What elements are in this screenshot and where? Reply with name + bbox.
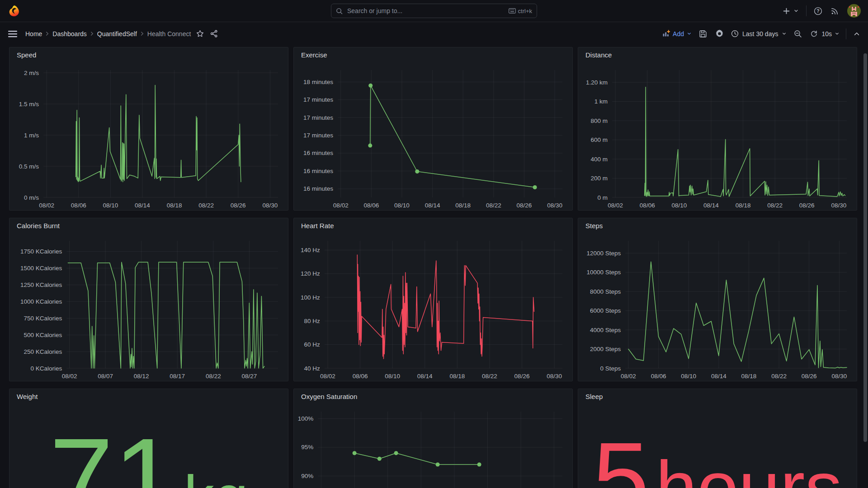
- svg-text:1500 KCalories: 1500 KCalories: [20, 265, 62, 272]
- breadcrumb-dashboards[interactable]: Dashboards: [52, 30, 87, 38]
- new-button[interactable]: [782, 6, 791, 16]
- refresh-icon: [810, 30, 818, 38]
- svg-text:400 m: 400 m: [591, 156, 608, 163]
- save-dashboard-button[interactable]: [698, 29, 708, 39]
- zoom-out-icon: [794, 30, 802, 38]
- breadcrumb: Home Dashboards QuantifiedSelf Health Co…: [25, 30, 191, 38]
- vertical-scrollbar[interactable]: [863, 53, 867, 442]
- svg-text:120 Hz: 120 Hz: [301, 270, 320, 277]
- svg-text:08/22: 08/22: [206, 373, 221, 380]
- nav-actions: ?: [782, 3, 862, 19]
- svg-text:08/22: 08/22: [771, 373, 787, 380]
- panel-title-weight[interactable]: Weight: [9, 389, 288, 404]
- svg-text:17 minutes: 17 minutes: [303, 132, 333, 139]
- panel-title-calories[interactable]: Calories Burnt: [9, 218, 288, 234]
- svg-text:08/26: 08/26: [514, 373, 530, 380]
- svg-text:8000 Steps: 8000 Steps: [590, 288, 621, 295]
- svg-text:12000 Steps: 12000 Steps: [586, 250, 621, 257]
- help-button[interactable]: ?: [813, 6, 823, 16]
- svg-text:08/30: 08/30: [831, 202, 846, 209]
- user-avatar[interactable]: [846, 3, 862, 19]
- distance-chart[interactable]: 08/0208/0608/1008/1408/1808/2208/2608/30…: [578, 63, 854, 210]
- rss-icon: [830, 7, 839, 15]
- collapse-controls-button[interactable]: [853, 30, 861, 38]
- svg-text:08/02: 08/02: [39, 202, 54, 209]
- svg-text:08/27: 08/27: [241, 373, 257, 380]
- share-icon: [210, 30, 218, 38]
- add-panel-button[interactable]: Add: [662, 30, 692, 38]
- refresh-button[interactable]: [809, 29, 819, 38]
- panel-title-distance[interactable]: Distance: [578, 47, 857, 63]
- time-range-picker[interactable]: Last 30 days: [731, 30, 787, 38]
- svg-text:4000 Steps: 4000 Steps: [590, 327, 621, 333]
- calories-chart[interactable]: 08/0208/0708/1208/1708/2208/271750 KCalo…: [9, 234, 285, 381]
- favorite-button[interactable]: [195, 29, 205, 38]
- svg-text:08/06: 08/06: [363, 202, 379, 209]
- breadcrumb-folder[interactable]: QuantifiedSelf: [97, 30, 137, 38]
- panel-title-heart-rate[interactable]: Heart Rate: [294, 218, 572, 234]
- speed-chart[interactable]: 08/0208/0608/1008/1408/1808/2208/2608/30…: [9, 63, 285, 210]
- search-input[interactable]: [346, 7, 505, 15]
- panel-weight: Weight 71 kg: [9, 389, 288, 488]
- svg-text:08/07: 08/07: [98, 373, 113, 380]
- mega-menu-toggle[interactable]: [7, 29, 18, 38]
- svg-text:0.5 m/s: 0.5 m/s: [19, 163, 39, 170]
- svg-text:08/18: 08/18: [736, 202, 751, 209]
- time-range-label: Last 30 days: [742, 30, 778, 38]
- sleep-stat: 5 hours: [578, 404, 857, 488]
- svg-text:08/02: 08/02: [320, 373, 335, 380]
- svg-text:08/10: 08/10: [671, 202, 687, 209]
- panel-title-steps[interactable]: Steps: [578, 218, 857, 234]
- dashboard-controls-bar: Home Dashboards QuantifiedSelf Health Co…: [0, 22, 868, 45]
- svg-text:600 m: 600 m: [591, 136, 608, 143]
- svg-text:08/14: 08/14: [135, 202, 150, 209]
- refresh-interval-label[interactable]: 10s: [821, 30, 832, 38]
- svg-text:08/22: 08/22: [198, 202, 214, 209]
- svg-text:95%: 95%: [301, 444, 313, 450]
- svg-text:16 minutes: 16 minutes: [303, 150, 333, 156]
- global-search[interactable]: ctrl+k: [331, 4, 537, 18]
- svg-text:6000 Steps: 6000 Steps: [590, 307, 621, 314]
- svg-text:08/18: 08/18: [455, 202, 471, 209]
- svg-text:08/26: 08/26: [517, 202, 532, 209]
- grafana-logo[interactable]: [6, 3, 22, 19]
- panel-title-sleep[interactable]: Sleep: [578, 389, 857, 404]
- weight-stat: 71 kg: [9, 404, 288, 488]
- dashboard-settings-button[interactable]: [714, 28, 725, 39]
- new-dropdown-caret[interactable]: [793, 7, 800, 14]
- chevron-down-icon: [687, 31, 692, 36]
- sleep-unit: hours: [656, 450, 842, 488]
- breadcrumb-home[interactable]: Home: [25, 30, 42, 38]
- news-button[interactable]: [830, 6, 840, 16]
- svg-text:750 KCalories: 750 KCalories: [24, 315, 62, 322]
- svg-text:08/17: 08/17: [170, 373, 185, 380]
- chevron-right-icon: [90, 32, 94, 36]
- svg-text:40 Hz: 40 Hz: [304, 365, 321, 372]
- zoom-out-button[interactable]: [793, 29, 803, 39]
- avatar-image: [847, 4, 861, 18]
- chevron-down-icon: [793, 8, 799, 14]
- panel-distance: Distance 08/0208/0608/1008/1408/1808/220…: [578, 47, 857, 211]
- panel-speed: Speed 08/0208/0608/1008/1408/1808/2208/2…: [9, 47, 288, 211]
- heart-rate-chart[interactable]: 08/0208/0608/1008/1408/1808/2208/2608/30…: [294, 234, 570, 381]
- exercise-chart[interactable]: 08/0208/0608/1008/1408/1808/2208/2608/30…: [294, 63, 570, 210]
- chevron-up-icon: [854, 31, 860, 37]
- search-shortcut-hint: ctrl+k: [509, 8, 532, 14]
- oxygen-saturation-chart[interactable]: 08/0208/0608/1008/1408/1808/2208/2608/30…: [294, 404, 570, 488]
- svg-text:10000 Steps: 10000 Steps: [586, 269, 621, 276]
- panel-title-oxygen[interactable]: Oxygen Saturation: [294, 389, 572, 404]
- svg-text:08/02: 08/02: [62, 373, 77, 380]
- svg-text:08/14: 08/14: [417, 373, 433, 380]
- svg-text:2000 Steps: 2000 Steps: [590, 346, 621, 352]
- panel-title-exercise[interactable]: Exercise: [294, 47, 572, 63]
- steps-chart[interactable]: 08/0208/0608/1008/1408/1808/2208/2608/30…: [578, 234, 854, 381]
- share-button[interactable]: [209, 29, 219, 38]
- grafana-logo-icon: [8, 5, 20, 17]
- svg-text:0 m: 0 m: [598, 194, 608, 201]
- search-icon: [336, 8, 343, 14]
- svg-text:100%: 100%: [298, 415, 314, 422]
- svg-text:60 Hz: 60 Hz: [304, 341, 321, 348]
- svg-text:16 minutes: 16 minutes: [303, 185, 333, 192]
- svg-text:1.20 km: 1.20 km: [586, 79, 608, 86]
- panel-title-speed[interactable]: Speed: [9, 47, 288, 63]
